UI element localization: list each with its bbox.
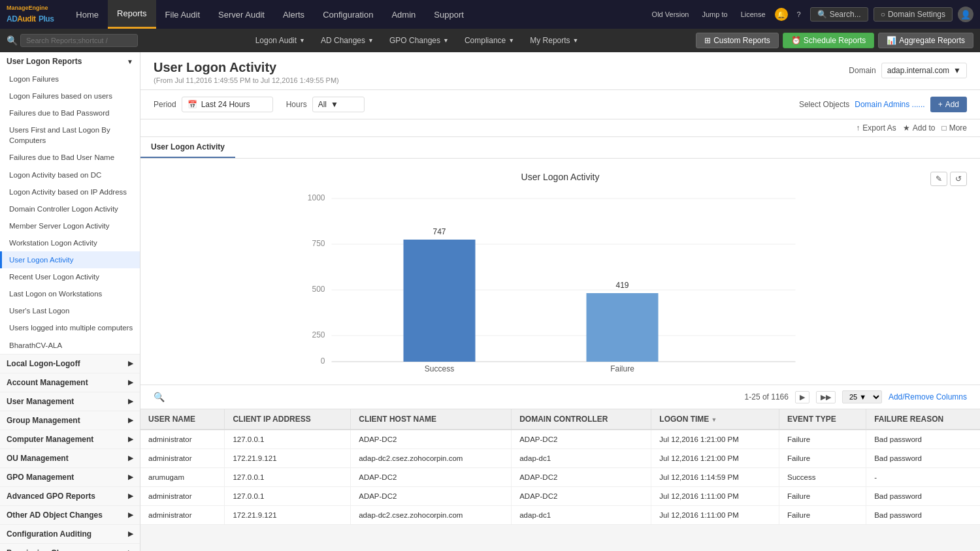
sort-icon: ▼ <box>711 417 717 423</box>
brand-logo[interactable]: ManageEngine ADAudit Plus <box>7 5 54 25</box>
user-logon-reports-section[interactable]: User Logon Reports ▼ <box>0 52 140 71</box>
domain-settings-button[interactable]: ○ Domain Settings <box>874 7 953 22</box>
col-domain-controller[interactable]: DOMAIN CONTROLLER <box>512 409 651 430</box>
sidebar-item-users-last-logon[interactable]: User's Last Logon <box>0 302 140 319</box>
user-avatar[interactable]: 👤 <box>958 7 973 22</box>
star-icon: ★ <box>903 123 910 133</box>
local-logon-logoff-category[interactable]: Local Logon-Logoff ▶ <box>0 354 140 373</box>
nav-support[interactable]: Support <box>425 0 473 29</box>
table-search-icon[interactable]: 🔍 <box>154 392 165 402</box>
permission-changes-category[interactable]: Permission Changes ▶ <box>0 543 140 551</box>
sidebar-item-workstation[interactable]: Workstation Logon Activity <box>0 234 140 251</box>
cell-client-ip: 127.0.0.1 <box>225 487 351 506</box>
table-header-row: USER NAME CLIENT IP ADDRESS CLIENT HOST … <box>140 409 980 430</box>
sidebar-item-logon-failures[interactable]: Logon Failures <box>0 71 140 87</box>
export-as-link[interactable]: ↑ Export As <box>856 123 896 133</box>
sidebar-item-dc-logon[interactable]: Domain Controller Logon Activity <box>0 200 140 217</box>
col-username[interactable]: USER NAME <box>140 409 225 430</box>
account-management-category[interactable]: Account Management ▶ <box>0 373 140 392</box>
help-link[interactable]: ? <box>793 9 805 20</box>
nav-alerts[interactable]: Alerts <box>274 0 314 29</box>
computer-management-category[interactable]: Computer Management ▶ <box>0 430 140 449</box>
sidebar-item-bad-password[interactable]: Failures due to Bad Password <box>0 104 140 121</box>
chart-refresh-button[interactable]: ↺ <box>950 172 967 186</box>
cell-logon-time: Jul 12,2016 1:11:00 PM <box>651 506 779 525</box>
reports-search-input[interactable] <box>20 34 138 47</box>
hours-select[interactable]: All ▼ <box>312 97 365 112</box>
page-size-select[interactable]: 25 ▼ 50 100 <box>842 390 882 403</box>
ad-changes-menu[interactable]: AD Changes ▼ <box>313 29 382 52</box>
nav-home[interactable]: Home <box>67 0 108 29</box>
last-page-button[interactable]: ▶▶ <box>816 391 836 403</box>
chevron-right-icon: ▶ <box>128 492 133 499</box>
top-nav-right: Old Version Jump to License 🔔 ? 🔍 Search… <box>648 7 973 22</box>
chart-edit-button[interactable]: ✎ <box>930 172 947 186</box>
my-reports-menu[interactable]: My Reports ▼ <box>522 29 586 52</box>
top-navigation: ManageEngine ADAudit Plus Home Reports F… <box>0 0 980 29</box>
nav-server-audit[interactable]: Server Audit <box>209 0 274 29</box>
search-icon-second: 🔍 <box>7 35 18 46</box>
next-page-button[interactable]: ▶ <box>795 391 809 403</box>
sidebar-item-logon-ip[interactable]: Logon Activity based on IP Address <box>0 183 140 200</box>
cell-domain-controller: ADAP-DC2 <box>512 487 651 506</box>
configuration-auditing-category[interactable]: Configuration Auditing ▶ <box>0 524 140 543</box>
col-logon-time[interactable]: LOGON TIME ▼ <box>651 409 779 430</box>
sidebar-item-member-server[interactable]: Member Server Logon Activity <box>0 217 140 234</box>
col-client-host[interactable]: CLIENT HOST NAME <box>351 409 512 430</box>
schedule-reports-button[interactable]: ⏰ Schedule Reports <box>783 33 874 48</box>
sidebar-item-last-logon-workstations[interactable]: Last Logon on Workstations <box>0 285 140 302</box>
sidebar-item-first-last-logon[interactable]: Users First and Last Logon By Computers <box>0 121 140 149</box>
aggregate-reports-button[interactable]: 📊 Aggregate Reports <box>878 33 973 48</box>
chart-tab-user-logon[interactable]: User Logon Activity <box>140 137 235 158</box>
chevron-right-icon: ▶ <box>128 473 133 480</box>
logon-audit-menu[interactable]: Logon Audit ▼ <box>248 29 313 52</box>
nav-configuration[interactable]: Configuration <box>314 0 382 29</box>
other-ad-object-changes-category[interactable]: Other AD Object Changes ▶ <box>0 505 140 524</box>
second-nav-right: ⊞ Custom Reports ⏰ Schedule Reports 📊 Ag… <box>696 33 973 48</box>
add-remove-columns-link[interactable]: Add/Remove Columns <box>889 392 967 401</box>
success-bar <box>404 240 476 362</box>
custom-reports-button[interactable]: ⊞ Custom Reports <box>696 33 779 48</box>
col-failure-reason[interactable]: FAILURE REASON <box>866 409 980 430</box>
more-link[interactable]: □ More <box>941 123 967 133</box>
col-client-ip[interactable]: CLIENT IP ADDRESS <box>225 409 351 430</box>
chevron-right-icon: ▶ <box>128 360 133 367</box>
period-input[interactable]: 📅 Last 24 Hours <box>182 97 273 112</box>
compliance-menu[interactable]: Compliance ▼ <box>457 29 522 52</box>
chevron-down-icon: ▼ <box>331 100 338 109</box>
select-objects-value[interactable]: Domain Admins ...... <box>855 100 924 109</box>
search-button[interactable]: 🔍 Search... <box>810 7 868 22</box>
sidebar-item-logged-multiple[interactable]: Users logged into multiple computers <box>0 319 140 336</box>
cell-event-type: Success <box>779 468 866 487</box>
add-to-link[interactable]: ★ Add to <box>903 123 936 133</box>
sidebar-item-logon-failures-users[interactable]: Logon Failures based on users <box>0 87 140 104</box>
advanced-gpo-reports-category[interactable]: Advanced GPO Reports ▶ <box>0 486 140 505</box>
add-button[interactable]: + Add <box>930 97 967 112</box>
nav-admin[interactable]: Admin <box>382 0 425 29</box>
sidebar-item-logon-dc[interactable]: Logon Activity based on DC <box>0 166 140 183</box>
ou-management-category[interactable]: OU Management ▶ <box>0 449 140 467</box>
cell-client-host: ADAP-DC2 <box>351 487 512 506</box>
nav-file-audit[interactable]: File Audit <box>156 0 209 29</box>
cell-logon-time: Jul 12,2016 1:11:00 PM <box>651 487 779 506</box>
chevron-right-icon: ▶ <box>128 511 133 518</box>
old-version-link[interactable]: Old Version <box>648 9 693 20</box>
sidebar-item-recent-logon[interactable]: Recent User Logon Activity <box>0 268 140 285</box>
sidebar-item-user-logon-activity[interactable]: User Logon Activity <box>0 251 140 268</box>
nav-reports[interactable]: Reports <box>108 0 156 29</box>
gpo-changes-menu[interactable]: GPO Changes ▼ <box>382 29 457 52</box>
cell-client-ip: 127.0.0.1 <box>225 468 351 487</box>
svg-text:747: 747 <box>433 227 446 236</box>
sidebar-item-bharathcv[interactable]: BharathCV-ALA <box>0 337 140 354</box>
user-management-category[interactable]: User Management ▶ <box>0 392 140 411</box>
domain-select-dropdown[interactable]: adap.internal.com ▼ <box>881 63 967 78</box>
license-link[interactable]: License <box>737 9 770 20</box>
circle-icon: ○ <box>881 10 885 19</box>
gpo-management-category[interactable]: GPO Management ▶ <box>0 467 140 486</box>
notification-bell[interactable]: 🔔 <box>775 8 788 21</box>
period-label: Period <box>154 100 176 109</box>
sidebar-item-bad-username[interactable]: Failures due to Bad User Name <box>0 149 140 166</box>
col-event-type[interactable]: EVENT TYPE <box>779 409 866 430</box>
jump-to-link[interactable]: Jump to <box>698 9 731 20</box>
group-management-category[interactable]: Group Management ▶ <box>0 411 140 430</box>
